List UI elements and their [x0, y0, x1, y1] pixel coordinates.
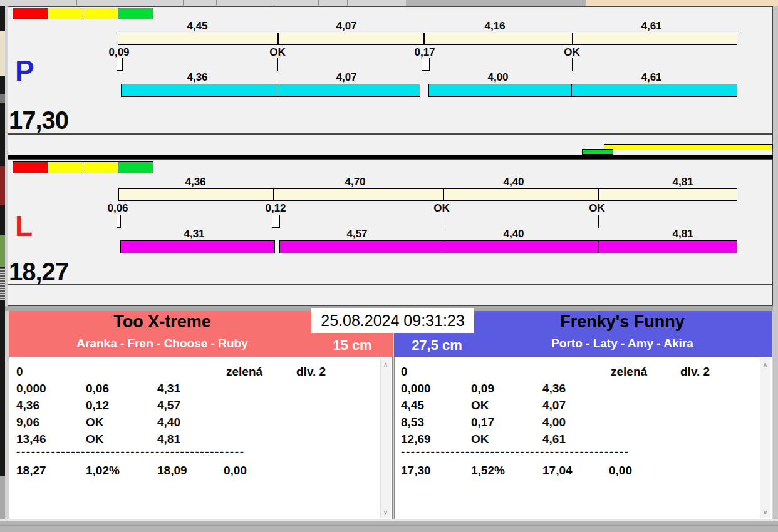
status-block-yellow [48, 161, 83, 173]
l-ok-tick [443, 215, 443, 228]
p-lane-letter: P [15, 56, 34, 85]
l-plan-bar-divider [443, 189, 444, 200]
p-plan-bar-divider [423, 33, 425, 44]
run-cell: 4,40 [157, 416, 180, 430]
p-plan-segment-label: 4,45 [187, 21, 207, 31]
left-team-name: Too X-treme [10, 313, 314, 332]
run-cell: 0 [401, 365, 408, 379]
p-fault-marker [117, 58, 123, 71]
run-total: 0,00 [609, 464, 632, 478]
background-column-divider [318, 0, 319, 6]
run-cell: 0,06 [86, 382, 109, 396]
l-fault-marker [117, 215, 121, 228]
window-right-frame [773, 6, 778, 519]
right-run-panel[interactable] [394, 357, 772, 519]
p-plan-segment-label: 4,07 [336, 21, 356, 31]
run-cell: 4,00 [542, 416, 566, 430]
interval-yellow-bar [604, 144, 773, 150]
timing-app-window: 4,45 4,07 4,16 4,61 0,09 OK 0,17 OK P 4,… [0, 0, 778, 532]
run-total: 0,00 [224, 464, 247, 478]
p-total-time: 17,30 [9, 108, 68, 133]
right-run-scrollbar[interactable] [760, 358, 770, 518]
l-plan-bar-divider [598, 189, 599, 200]
left-team-height: 15 cm [316, 338, 388, 353]
l-plan-bar [118, 188, 737, 201]
status-block-green [118, 161, 153, 173]
p-plan-segment-label: 4,16 [484, 21, 505, 31]
run-total: 1,52% [471, 464, 505, 478]
run-total: 18,09 [157, 464, 187, 478]
p-actual-segment-label: 4,00 [487, 72, 508, 83]
p-checkpoint-label: 0,17 [414, 47, 435, 58]
left-run-scrollbar[interactable] [380, 358, 391, 518]
l-total-time: 18,27 [9, 259, 68, 284]
right-team-name: Frenky's Funny [476, 313, 769, 332]
p-actual-segment-label: 4,36 [187, 72, 207, 83]
l-actual-segment-label: 4,31 [184, 228, 204, 239]
l-actual-bar-segment [120, 240, 275, 253]
l-checkpoint-label: 0,12 [265, 203, 286, 213]
left-team-members: Aranka - Fren - Choose - Ruby [10, 337, 314, 350]
window-bottom-frame [0, 519, 778, 532]
run-total: 17,04 [542, 464, 573, 478]
run-cell: 4,36 [542, 382, 566, 396]
p-actual-bar-segment [277, 84, 420, 97]
run-cell: 4,57 [157, 399, 180, 413]
background-column-divider [347, 0, 348, 6]
left-edge-fragment [0, 166, 5, 205]
left-edge-fragment [0, 31, 5, 76]
l-actual-bar-segment [443, 240, 599, 253]
l-plan-bar-divider [273, 189, 274, 200]
l-checkpoint-label: OK [589, 203, 605, 213]
run-cell: 0,12 [86, 399, 109, 413]
p-checkpoint-label: 0,09 [108, 47, 129, 58]
scroll-down-icon[interactable]: ∨ [380, 509, 391, 516]
run-cell: OK [471, 399, 489, 413]
l-actual-bar-segment [279, 240, 443, 253]
right-team-height: 27,5 cm [398, 338, 476, 353]
left-run-panel[interactable] [9, 357, 393, 519]
interval-green-bar [582, 149, 613, 155]
run-division: div. 2 [680, 365, 710, 379]
run-cell: 4,45 [401, 399, 424, 413]
run-total: 1,02% [86, 464, 120, 478]
p-fault-marker [422, 58, 430, 71]
run-cell: OK [86, 416, 104, 430]
run-cell: 0,17 [471, 416, 494, 430]
l-plan-segment-label: 4,40 [503, 176, 524, 187]
run-flag: zelená [226, 365, 262, 379]
l-plan-segment-label: 4,36 [185, 176, 205, 187]
run-division: div. 2 [296, 365, 326, 379]
background-window-top-strip-dark [406, 0, 586, 6]
p-plan-bar-divider [572, 33, 573, 44]
status-block-yellow [83, 8, 118, 19]
window-bottom-frame-line [0, 525, 778, 526]
scroll-down-icon[interactable]: ∨ [760, 509, 770, 516]
left-edge-fragment [0, 235, 5, 267]
run-separator: ----------------------------------------… [16, 445, 245, 459]
p-actual-bar-segment [571, 84, 737, 97]
run-cell: 0 [16, 365, 23, 379]
p-ok-tick [277, 58, 278, 71]
lane-separator-bar [8, 155, 773, 159]
p-actual-segment-label: 4,61 [641, 72, 661, 83]
l-plan-segment-label: 4,70 [345, 176, 365, 187]
p-actual-bar-segment [428, 84, 572, 97]
l-lane-letter: L [15, 212, 33, 240]
run-cell: 0,000 [16, 382, 46, 396]
p-checkpoint-label: OK [564, 47, 580, 58]
p-actual-segment-label: 4,07 [336, 72, 356, 83]
scroll-up-icon[interactable]: ∧ [380, 361, 391, 368]
background-column-divider [76, 0, 77, 6]
l-plan-segment-label: 4,81 [672, 176, 693, 187]
p-checkpoint-label: OK [269, 47, 286, 58]
scroll-up-icon[interactable]: ∧ [760, 361, 770, 368]
l-fault-marker [272, 215, 280, 228]
run-cell: 4,31 [157, 382, 180, 396]
run-cell: 8,53 [401, 416, 424, 430]
run-cell: 4,36 [16, 399, 39, 413]
p-plan-bar-divider [277, 33, 279, 44]
run-cell: 0,09 [471, 382, 494, 396]
l-actual-segment-label: 4,40 [503, 228, 524, 239]
lower-empty-strip [8, 285, 773, 306]
